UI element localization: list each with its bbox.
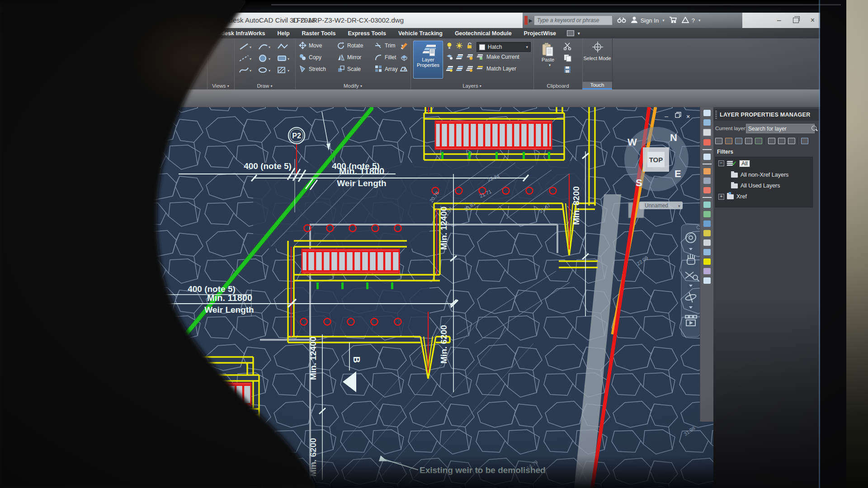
freeze-vp-icon[interactable]	[778, 138, 785, 144]
layer-thaw-sun-icon[interactable]	[456, 42, 463, 51]
explode-tool-icon[interactable]	[400, 53, 409, 62]
viewcube-south[interactable]: S	[636, 177, 642, 188]
help-button[interactable]: ?	[692, 17, 695, 24]
new-vp-layer-icon[interactable]	[768, 138, 775, 144]
menu-item-raster-tools[interactable]: Raster Tools	[299, 30, 339, 37]
rectangle-tool-icon[interactable]: ▾	[277, 54, 290, 64]
trim-button[interactable]: Trim▾	[375, 42, 403, 49]
new-layer-icon[interactable]	[745, 138, 752, 144]
tree-item-all-label[interactable]: All	[740, 160, 750, 167]
minimize-button[interactable]: –	[777, 17, 781, 24]
tree-item-non-xref-label[interactable]: All non-Xref Layers	[741, 172, 788, 178]
menu-window-icon[interactable]	[567, 30, 574, 36]
viewcube-top-face[interactable]: TOP	[649, 156, 663, 164]
layer-lock-icon[interactable]	[476, 54, 483, 61]
new-filter-icon[interactable]	[715, 138, 722, 144]
layer-freeze-icon[interactable]	[456, 54, 463, 61]
help-dropdown-icon[interactable]: ▾	[698, 18, 701, 23]
tree-item-used-label[interactable]: All Used Layers	[741, 183, 780, 189]
collapse-icon[interactable]: −	[718, 160, 724, 166]
infocenter-search-input[interactable]	[534, 15, 613, 25]
tool-icon[interactable]	[703, 211, 711, 217]
tool-icon[interactable]	[703, 119, 711, 126]
menu-item-help[interactable]: Help	[275, 30, 292, 37]
tool-icon[interactable]	[703, 110, 711, 116]
select-mode-button[interactable]: Select Mode	[582, 56, 612, 61]
cart-icon[interactable]	[669, 16, 677, 24]
tree-item-xref[interactable]: + Xref	[718, 193, 747, 200]
layer-isolate-icon[interactable]	[446, 54, 453, 61]
mirror-button[interactable]: Mirror	[337, 53, 361, 61]
construction-line-tool-icon[interactable]: ▾	[239, 54, 252, 64]
doc-minimize-button[interactable]: –	[665, 113, 668, 120]
menu-item-infraworks[interactable]: Autodesk InfraWorks	[206, 30, 268, 37]
tree-item-used[interactable]: All Used Layers	[731, 183, 780, 189]
save-block-icon[interactable]	[563, 66, 572, 75]
settings-icon[interactable]	[801, 138, 808, 144]
tool-icon[interactable]	[703, 268, 711, 274]
share-icon[interactable]	[682, 17, 689, 24]
menu-item-vehicle-tracking[interactable]: Vehicle Tracking	[396, 30, 445, 37]
overkill-tool-icon[interactable]	[400, 65, 409, 74]
rotate-button[interactable]: Rotate	[337, 42, 363, 49]
tool-icon[interactable]	[703, 187, 711, 193]
expand-icon[interactable]: +	[718, 194, 724, 200]
match-layer-button[interactable]: Match Layer	[486, 66, 516, 72]
tool-icon[interactable]	[703, 221, 711, 227]
layer-walk-icon[interactable]	[446, 66, 453, 73]
layer-on-bulb-icon[interactable]	[446, 42, 453, 51]
copy-clip-icon[interactable]	[563, 54, 572, 63]
touch-panel-label[interactable]: Touch	[582, 82, 612, 89]
select-mode-crosshair-icon[interactable]	[592, 41, 604, 54]
delete-filter-icon[interactable]	[725, 138, 732, 144]
viewcube-east[interactable]: E	[675, 168, 681, 179]
close-button[interactable]: ×	[811, 17, 815, 24]
layer-properties-button[interactable]: Layer Properties	[413, 41, 443, 79]
palette-grip-icon[interactable]	[715, 111, 717, 119]
doc-close-button[interactable]: ×	[686, 113, 690, 120]
menu-item-projectwise[interactable]: ProjectWise	[521, 30, 559, 37]
filters-header[interactable]: Filters	[717, 149, 733, 155]
layer-search-input[interactable]	[746, 124, 815, 133]
layer-dialog-icon[interactable]	[788, 138, 795, 144]
menu-window-dropdown-icon[interactable]: ▾	[578, 31, 580, 36]
tree-item-non-xref[interactable]: All non-Xref Layers	[731, 172, 788, 178]
tool-icon[interactable]	[703, 239, 711, 246]
save-layer-icon[interactable]	[755, 138, 762, 144]
tool-icon[interactable]	[703, 258, 711, 265]
tool-icon[interactable]	[703, 168, 711, 174]
ellipse-tool-icon[interactable]: ▾	[258, 66, 271, 76]
restore-button[interactable]	[793, 18, 799, 23]
layer-off-icon[interactable]	[466, 54, 473, 61]
stretch-button[interactable]: Stretch	[299, 65, 326, 73]
erase-tool-icon[interactable]	[400, 41, 409, 51]
circle-tool-icon[interactable]: ▾	[258, 54, 271, 64]
tool-icon[interactable]	[703, 202, 711, 208]
layer-select-combo[interactable]: Hatch ▾	[476, 42, 531, 52]
copy-button[interactable]: Copy	[299, 53, 321, 61]
layer-unlock-icon[interactable]	[466, 42, 473, 51]
layer-prev-icon[interactable]	[476, 66, 483, 73]
move-button[interactable]: Move	[299, 42, 322, 49]
cut-scissors-icon[interactable]	[563, 42, 572, 52]
menu-item-express-tools[interactable]: Express Tools	[345, 30, 389, 37]
menu-item-geotechnical[interactable]: Geotechnical Module	[452, 30, 514, 37]
hatch-tool-icon[interactable]: ▾	[277, 66, 290, 76]
spline-tool-icon[interactable]: ▾	[239, 66, 252, 76]
make-current-button[interactable]: Make Current	[486, 54, 519, 60]
viewcube-north[interactable]: N	[670, 132, 677, 143]
layer-delete-icon[interactable]	[466, 66, 473, 73]
sign-in-button[interactable]: Sign In	[641, 17, 659, 24]
navigation-bar[interactable]	[681, 225, 700, 337]
arc-tool-icon[interactable]: ▾	[258, 42, 271, 52]
palette-title-bar[interactable]: LAYER PROPERTIES MANAGER	[713, 109, 820, 121]
tool-icon[interactable]	[703, 277, 711, 284]
viewcube-west[interactable]: W	[627, 136, 637, 148]
tool-icon[interactable]	[703, 249, 711, 255]
tool-icon[interactable]	[703, 178, 711, 184]
tree-item-xref-label[interactable]: Xref	[736, 193, 747, 200]
polyline-tool-icon[interactable]	[277, 42, 290, 52]
sign-in-dropdown-icon[interactable]: ▾	[662, 18, 665, 23]
search-binoculars-icon[interactable]	[617, 17, 626, 24]
paste-button[interactable]: Paste ▾	[537, 41, 559, 78]
